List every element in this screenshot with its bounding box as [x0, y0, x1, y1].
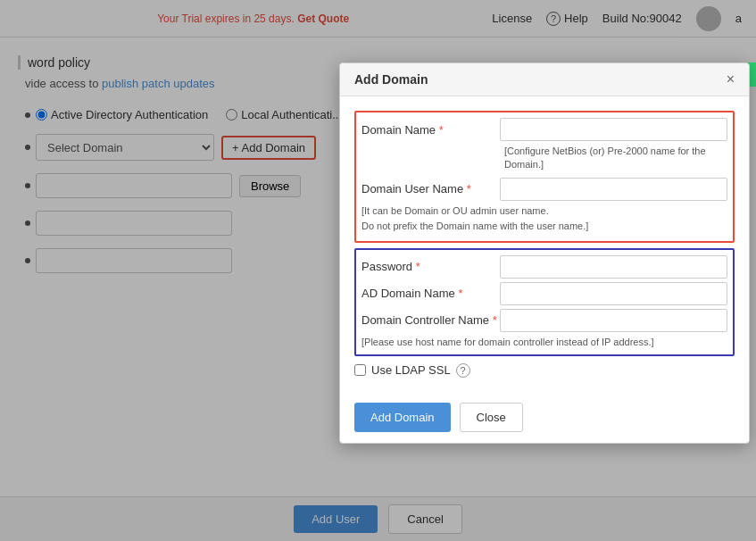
domain-name-label: Domain Name *: [361, 123, 500, 137]
domain-controller-hint: [Please use host name for domain control…: [361, 336, 727, 349]
modal-close-button[interactable]: ×: [727, 72, 735, 87]
modal-footer: Add Domain Close: [340, 392, 749, 443]
ad-domain-name-row: AD Domain Name *: [361, 282, 727, 305]
domain-user-name-row: Domain User Name *: [361, 178, 727, 201]
add-domain-modal: Add Domain × Domain Name * [Configure Ne…: [339, 62, 750, 444]
domain-controller-input[interactable]: [500, 309, 727, 332]
ldap-ssl-label: Use LDAP SSL: [371, 363, 451, 377]
modal-title: Add Domain: [354, 72, 428, 87]
ldap-help-icon[interactable]: ?: [456, 363, 470, 378]
domain-name-row: Domain Name *: [361, 118, 727, 141]
modal-body: Domain Name * [Configure NetBios (or) Pr…: [340, 96, 749, 392]
domain-controller-label: Domain Controller Name *: [361, 313, 500, 327]
modal-add-domain-button[interactable]: Add Domain: [354, 403, 451, 432]
domain-user-name-input[interactable]: [500, 178, 727, 201]
domain-name-hint: [Configure NetBios (or) Pre-2000 name fo…: [504, 145, 727, 172]
domain-name-input[interactable]: [500, 118, 727, 141]
ad-domain-name-label: AD Domain Name *: [361, 287, 500, 300]
modal-header: Add Domain ×: [340, 63, 749, 96]
ldap-ssl-checkbox[interactable]: [354, 364, 366, 376]
domain-controller-row: Domain Controller Name *: [361, 309, 727, 332]
blue-bordered-section: Password * AD Domain Name * Domain Contr…: [354, 248, 735, 356]
ad-domain-name-input[interactable]: [500, 282, 727, 305]
ldap-row: Use LDAP SSL ?: [354, 363, 735, 378]
password-label: Password *: [361, 260, 500, 273]
modal-close-btn[interactable]: Close: [460, 403, 523, 432]
domain-user-name-label: Domain User Name *: [361, 182, 500, 196]
password-input[interactable]: [500, 255, 727, 279]
domain-user-hint-1: [It can be Domain or OU admin user name.: [361, 204, 727, 218]
red-bordered-section: Domain Name * [Configure NetBios (or) Pr…: [354, 111, 735, 243]
password-row: Password *: [361, 255, 727, 279]
domain-user-hint-2: Do not prefix the Domain name with the u…: [361, 220, 727, 233]
